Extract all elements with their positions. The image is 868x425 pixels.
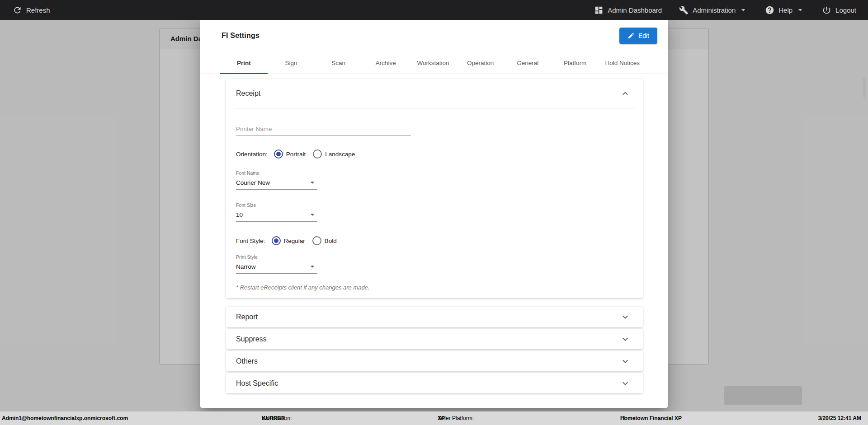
radio-landscape-label: Landscape bbox=[325, 151, 355, 158]
suppress-section: Suppress bbox=[226, 329, 643, 349]
logged-in-user: Admin1@hometownfinancialxp.onmicrosoft.c… bbox=[2, 415, 128, 421]
receipt-accordion-header[interactable]: Receipt bbox=[226, 79, 643, 108]
settings-content: Receipt Orientation: Portrait Landsca bbox=[200, 74, 668, 404]
host-specific-section: Host Specific bbox=[226, 373, 643, 393]
radio-bold[interactable]: Bold bbox=[312, 236, 337, 245]
fi-value: Hometown Financial XP bbox=[620, 415, 682, 421]
report-title: Report bbox=[236, 313, 258, 321]
edit-button-label: Edit bbox=[638, 32, 649, 39]
refresh-label: Refresh bbox=[26, 6, 50, 14]
page-scrollbar-thumb[interactable] bbox=[863, 78, 866, 98]
suppress-accordion-header[interactable]: Suppress bbox=[226, 329, 643, 349]
active-tab-indicator bbox=[220, 73, 268, 74]
tab-hold-notices[interactable]: Hold Notices bbox=[599, 52, 646, 74]
dialog-title: FI Settings bbox=[222, 32, 259, 40]
radio-landscape[interactable]: Landscape bbox=[313, 149, 355, 159]
dropdown-arrow-icon bbox=[307, 210, 317, 220]
radio-portrait-label: Portrait bbox=[286, 151, 306, 158]
chevron-down-icon bbox=[620, 378, 631, 389]
top-navigation-bar: Refresh Admin Dashboard Administration H… bbox=[0, 0, 868, 20]
chevron-down-icon bbox=[620, 312, 631, 322]
font-size-select[interactable]: Font Size 10 bbox=[236, 202, 317, 222]
font-style-radio-group: Font Style: Regular Bold bbox=[236, 235, 631, 246]
administration-label: Administration bbox=[693, 6, 736, 14]
tab-sign[interactable]: Sign bbox=[268, 52, 315, 74]
printer-name-input[interactable] bbox=[236, 126, 411, 136]
dropdown-arrow-icon bbox=[307, 262, 317, 271]
pencil-icon bbox=[627, 32, 635, 39]
orientation-label: Orientation: bbox=[236, 151, 268, 158]
chevron-down-icon bbox=[620, 334, 631, 345]
host-specific-accordion-header[interactable]: Host Specific bbox=[226, 373, 643, 393]
logout-label: Logout bbox=[835, 6, 856, 14]
tab-print[interactable]: Print bbox=[220, 52, 268, 74]
suppress-title: Suppress bbox=[236, 335, 267, 343]
radio-selected-icon bbox=[272, 236, 281, 245]
wrench-icon bbox=[679, 5, 689, 15]
dropdown-arrow-icon bbox=[307, 177, 317, 187]
admin-dashboard-button[interactable]: Admin Dashboard bbox=[594, 5, 662, 15]
refresh-button[interactable]: Refresh bbox=[13, 5, 50, 15]
font-size-value: 10 bbox=[236, 211, 243, 218]
chevron-down-icon bbox=[739, 5, 748, 14]
tab-archive[interactable]: Archive bbox=[362, 52, 410, 74]
tab-workstation[interactable]: Workstation bbox=[410, 52, 457, 74]
help-icon bbox=[765, 5, 774, 15]
workstation-info: Workstation: KURRER bbox=[262, 415, 285, 421]
radio-selected-icon bbox=[274, 149, 283, 159]
orientation-radio-group: Orientation: Portrait Landscape bbox=[236, 149, 631, 159]
host-specific-title: Host Specific bbox=[236, 379, 278, 388]
logout-button[interactable]: Logout bbox=[822, 5, 856, 15]
admin-dashboard-label: Admin Dashboard bbox=[608, 6, 662, 14]
report-accordion-header[interactable]: Report bbox=[226, 307, 643, 327]
radio-portrait[interactable]: Portrait bbox=[274, 149, 306, 159]
receipt-section: Receipt Orientation: Portrait Landsca bbox=[226, 79, 643, 298]
restart-note: * Restart eReceipts client if any change… bbox=[236, 284, 631, 291]
chevron-down-icon bbox=[620, 356, 631, 367]
print-style-value: Narrow bbox=[236, 263, 256, 270]
power-icon bbox=[822, 5, 831, 15]
tab-platform[interactable]: Platform bbox=[552, 52, 599, 74]
others-accordion-header[interactable]: Others bbox=[226, 351, 643, 371]
radio-regular-label: Regular bbox=[284, 238, 305, 244]
fi-settings-dialog: FI Settings Edit Print Sign Scan Archive… bbox=[200, 17, 668, 408]
help-label: Help bbox=[778, 6, 793, 14]
report-section: Report bbox=[226, 307, 643, 327]
font-size-label: Font Size bbox=[236, 202, 317, 208]
font-name-label: Font Name bbox=[236, 170, 317, 176]
edit-button[interactable]: Edit bbox=[619, 28, 657, 44]
radio-unselected-icon bbox=[313, 149, 322, 159]
chevron-up-icon bbox=[620, 88, 631, 99]
print-style-select[interactable]: Print Style Narrow bbox=[236, 254, 317, 274]
font-style-label: Font Style: bbox=[236, 238, 265, 244]
tab-general[interactable]: General bbox=[504, 52, 552, 74]
others-section: Others bbox=[226, 351, 643, 371]
font-name-select[interactable]: Font Name Courier New bbox=[236, 170, 317, 190]
tab-scan[interactable]: Scan bbox=[315, 52, 362, 74]
help-menu[interactable]: Help bbox=[765, 5, 805, 15]
chevron-down-icon bbox=[796, 5, 805, 14]
font-name-value: Courier New bbox=[236, 179, 270, 186]
tab-operation[interactable]: Operation bbox=[457, 52, 504, 74]
receipt-title: Receipt bbox=[236, 89, 260, 98]
refresh-icon bbox=[13, 5, 22, 15]
radio-regular[interactable]: Regular bbox=[272, 236, 305, 245]
fi-info: FI: Hometown Financial XP bbox=[620, 415, 682, 421]
others-title: Others bbox=[236, 357, 258, 365]
print-style-label: Print Style bbox=[236, 254, 317, 260]
administration-menu[interactable]: Administration bbox=[679, 5, 748, 15]
radio-bold-label: Bold bbox=[325, 238, 337, 244]
teller-platform-info: Teller Platform: XP bbox=[438, 415, 445, 421]
status-bar: Admin1@hometownfinancialxp.onmicrosoft.c… bbox=[0, 411, 868, 425]
settings-tabs: Print Sign Scan Archive Workstation Oper… bbox=[200, 52, 668, 74]
dashboard-icon bbox=[594, 5, 604, 15]
datetime: 3/20/25 12:41 AM bbox=[818, 415, 861, 421]
receipt-divider bbox=[234, 108, 635, 108]
radio-unselected-icon bbox=[312, 236, 321, 245]
